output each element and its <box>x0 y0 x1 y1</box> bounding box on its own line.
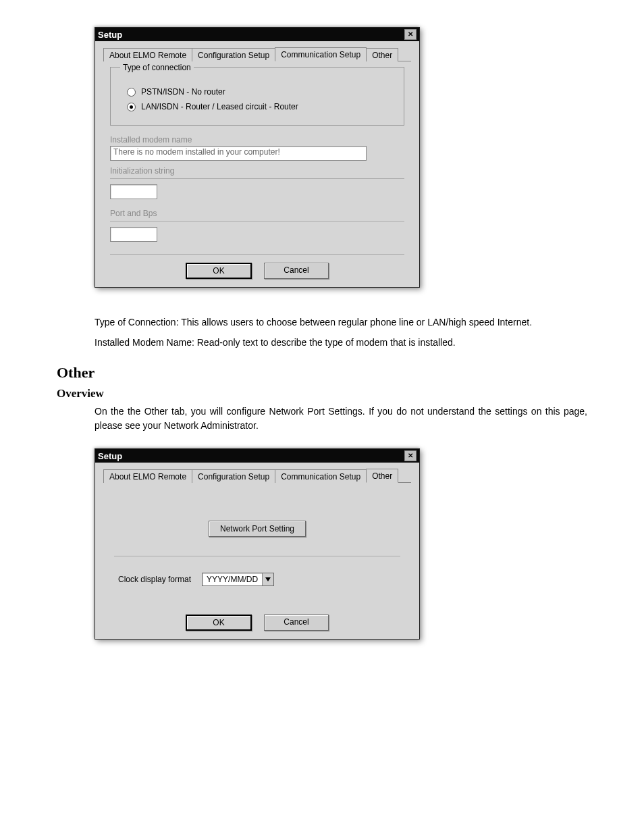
radio-icon <box>127 88 136 97</box>
tab-about[interactable]: About ELMO Remote <box>103 469 192 483</box>
desc-installed-modem: Installed Modem Name: Read-only text to … <box>95 335 587 350</box>
tab-configuration[interactable]: Configuration Setup <box>192 48 275 61</box>
ok-button[interactable]: OK <box>186 615 252 631</box>
installed-modem-field: There is no modem installed in your comp… <box>110 146 367 161</box>
port-bps-label: Port and Bps <box>110 209 404 218</box>
separator <box>110 178 404 179</box>
separator <box>110 221 404 221</box>
subheading-overview: Overview <box>57 387 587 400</box>
other-tab-content: Network Port Setting Clock display forma… <box>103 488 411 606</box>
type-of-connection-group: Type of connection PSTN/ISDN - No router… <box>110 67 404 126</box>
tab-strip: About ELMO Remote Configuration Setup Co… <box>103 468 411 483</box>
chevron-down-icon <box>262 573 273 585</box>
group-legend: Type of connection <box>120 63 194 72</box>
window-title: Setup <box>98 30 122 40</box>
title-bar: Setup ✕ <box>95 28 419 41</box>
tab-other[interactable]: Other <box>366 48 398 61</box>
title-bar: Setup ✕ <box>95 449 419 463</box>
dialog-body: About ELMO Remote Configuration Setup Co… <box>95 41 419 287</box>
description-block: Type of Connection: This allows users to… <box>95 315 587 350</box>
svg-marker-0 <box>265 577 271 581</box>
network-port-setting-button[interactable]: Network Port Setting <box>209 521 306 537</box>
radio-icon <box>127 103 136 111</box>
tab-communication[interactable]: Communication Setup <box>275 469 367 483</box>
tab-about[interactable]: About ELMO Remote <box>103 48 192 61</box>
heading-other: Other <box>57 364 587 382</box>
radio-lan[interactable]: LAN/ISDN - Router / Leased circuit - Rou… <box>127 102 394 111</box>
installed-modem-label: Installed modem name <box>110 135 404 145</box>
init-string-field[interactable] <box>110 184 157 199</box>
clock-format-select[interactable]: YYYY/MM/DD <box>202 573 274 586</box>
radio-label-pstn: PSTN/ISDN - No router <box>141 87 225 97</box>
ok-button[interactable]: OK <box>186 263 252 279</box>
cancel-button[interactable]: Cancel <box>264 263 329 279</box>
tab-configuration[interactable]: Configuration Setup <box>192 469 275 483</box>
init-string-label: Initialization string <box>110 166 404 176</box>
separator <box>110 254 404 255</box>
radio-pstn[interactable]: PSTN/ISDN - No router <box>127 87 394 97</box>
desc-type-of-connection: Type of Connection: This allows users to… <box>95 315 587 330</box>
clock-format-value: YYYY/MM/DD <box>203 575 262 584</box>
tab-other[interactable]: Other <box>366 469 398 483</box>
clock-display-label: Clock display format <box>118 575 191 584</box>
setup-dialog-communication: Setup ✕ About ELMO Remote Configuration … <box>95 27 420 288</box>
setup-dialog-other: Setup ✕ About ELMO Remote Configuration … <box>95 448 420 640</box>
clock-display-row: Clock display format YYYY/MM/DD <box>118 573 400 586</box>
port-bps-field[interactable] <box>110 227 157 242</box>
close-icon[interactable]: ✕ <box>404 29 417 40</box>
button-row: OK Cancel <box>103 615 411 631</box>
tab-strip: About ELMO Remote Configuration Setup Co… <box>103 47 411 61</box>
radio-label-lan: LAN/ISDN - Router / Leased circuit - Rou… <box>141 102 298 111</box>
close-icon[interactable]: ✕ <box>404 450 417 461</box>
overview-text: On the the Other tab, you will configure… <box>95 405 587 434</box>
window-title: Setup <box>98 451 122 461</box>
button-row: OK Cancel <box>103 263 411 279</box>
separator <box>114 556 400 556</box>
cancel-button[interactable]: Cancel <box>264 615 329 631</box>
dialog-body: About ELMO Remote Configuration Setup Co… <box>95 463 419 639</box>
tab-communication[interactable]: Communication Setup <box>275 47 367 61</box>
